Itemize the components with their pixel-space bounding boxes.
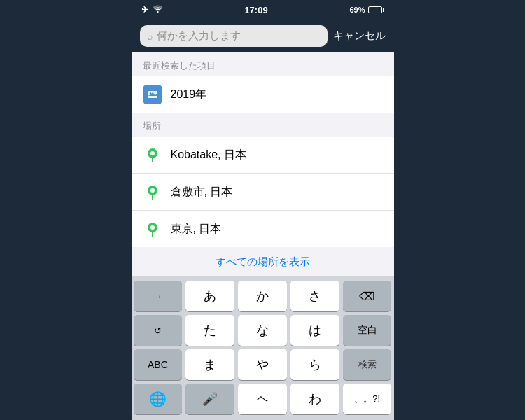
list-item[interactable]: 2019年 <box>132 76 394 113</box>
key-wa[interactable]: わ <box>290 384 340 414</box>
search-placeholder: 何かを入力します <box>157 29 241 43</box>
svg-point-7 <box>150 188 155 192</box>
key-sa[interactable]: さ <box>290 281 340 312</box>
key-search[interactable]: 検索 <box>343 349 392 380</box>
location-icon-2 <box>143 182 162 202</box>
key-delete[interactable]: ⌫ <box>343 281 392 312</box>
key-row-1: → あ か さ ⌫ <box>134 281 392 312</box>
key-ka[interactable]: か <box>238 281 287 312</box>
key-na[interactable]: な <box>238 315 287 346</box>
location-icon-1 <box>143 145 162 164</box>
cancel-button[interactable]: キャンセル <box>333 29 386 43</box>
status-bar: ✈ 17:09 69% <box>132 0 394 20</box>
key-arrow[interactable]: → <box>134 281 183 312</box>
key-globe[interactable]: 🌐 <box>134 384 183 414</box>
list-item[interactable]: 東京, 日本 <box>132 211 394 247</box>
key-a[interactable]: あ <box>186 281 234 312</box>
album-icon <box>143 85 162 104</box>
key-ra[interactable]: ら <box>290 349 340 380</box>
list-item[interactable]: Kobatake, 日本 <box>132 136 394 174</box>
key-row-4: 🌐 🎤 ヘ わ 、。?! <box>134 384 392 414</box>
key-ya[interactable]: や <box>238 349 287 380</box>
recent-section-label: 最近検索した項目 <box>132 52 394 76</box>
key-ha[interactable]: は <box>290 315 340 346</box>
keyboard-rows: → あ か さ ⌫ ↺ た な は 空白 ABC ま や ら 検索 <box>132 276 394 417</box>
phone-frame: ✈ 17:09 69% ⌕ 何かを入力します キャンセル <box>132 0 394 420</box>
key-punct[interactable]: 、。?! <box>343 384 392 414</box>
key-ma[interactable]: ま <box>186 349 234 380</box>
search-input-wrapper[interactable]: ⌕ 何かを入力します <box>140 25 328 47</box>
battery-icon <box>368 6 384 13</box>
location-icon-3 <box>143 219 162 239</box>
show-all-button[interactable]: すべての場所を表示 <box>132 247 394 276</box>
airplane-icon: ✈ <box>141 5 148 15</box>
key-ta[interactable]: た <box>186 315 234 346</box>
svg-point-9 <box>150 225 155 230</box>
status-time: 17:09 <box>244 5 267 15</box>
place-item-2: 倉敷市, 日本 <box>171 185 233 200</box>
search-icon: ⌕ <box>147 31 153 42</box>
search-bar: ⌕ 何かを入力します キャンセル <box>132 20 394 52</box>
status-left: ✈ <box>141 5 163 15</box>
status-right: 69% <box>349 6 384 14</box>
place-item-1: Kobatake, 日本 <box>171 148 247 162</box>
places-section: 場所 Kobatake, 日本 倉敷市, 日本 東京, 日本 <box>132 113 394 247</box>
places-section-label: 場所 <box>132 113 394 136</box>
content-area: 最近検索した項目 2019年 場所 Kobatake, 日本 <box>132 52 394 276</box>
key-row-2: ↺ た な は 空白 <box>134 315 392 346</box>
svg-point-0 <box>157 11 158 13</box>
place-item-3: 東京, 日本 <box>171 222 222 237</box>
recent-section: 最近検索した項目 2019年 <box>132 52 394 113</box>
recent-item-text: 2019年 <box>171 88 207 102</box>
key-undo[interactable]: ↺ <box>134 315 183 346</box>
key-he[interactable]: ヘ <box>238 384 287 414</box>
key-row-3: ABC ま や ら 検索 <box>134 349 392 380</box>
keyboard: → あ か さ ⌫ ↺ た な は 空白 ABC ま や ら 検索 <box>132 276 394 420</box>
battery-percent: 69% <box>349 6 365 14</box>
key-space[interactable]: 空白 <box>343 315 392 346</box>
svg-point-5 <box>150 151 155 155</box>
list-item[interactable]: 倉敷市, 日本 <box>132 174 394 211</box>
home-bar <box>132 417 394 420</box>
key-abc[interactable]: ABC <box>134 349 183 380</box>
key-mic[interactable]: 🎤 <box>186 384 234 414</box>
svg-point-3 <box>149 92 151 94</box>
wifi-icon <box>153 5 163 15</box>
